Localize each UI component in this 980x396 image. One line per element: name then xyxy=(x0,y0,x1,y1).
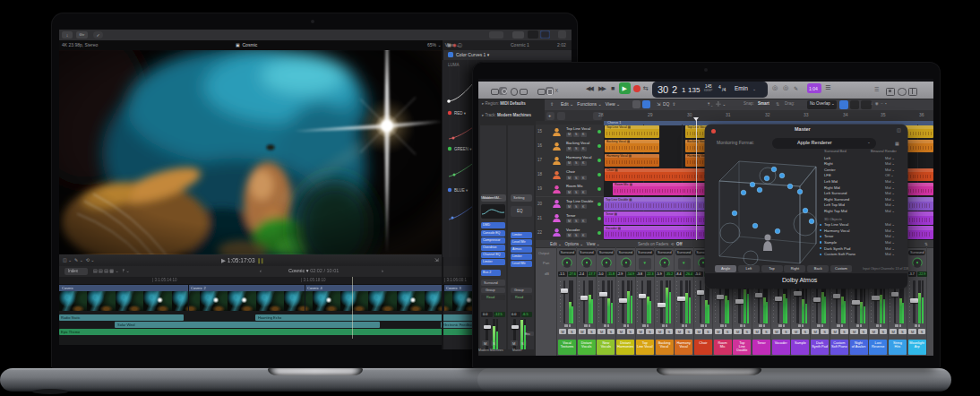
svg-text:LUMA: LUMA xyxy=(448,63,460,67)
svg-text:GREEN ▾: GREEN ▾ xyxy=(454,147,472,151)
svg-text:BLUE ▾: BLUE ▾ xyxy=(454,188,469,193)
svg-text:RED ▾: RED ▾ xyxy=(454,111,467,116)
